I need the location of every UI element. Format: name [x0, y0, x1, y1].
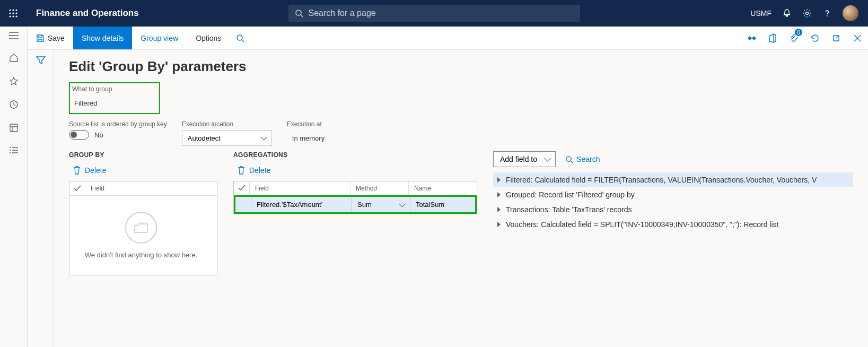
related-info-icon[interactable] — [741, 27, 762, 49]
save-label: Save — [48, 34, 65, 42]
panel-search-button[interactable]: Search — [565, 155, 600, 163]
close-icon[interactable] — [847, 27, 868, 49]
filter-icon[interactable] — [36, 56, 46, 347]
exec-location-field: Execution location Autodetect — [182, 120, 272, 146]
datasource-item-transactions[interactable]: Transactions: Table 'TaxTrans' records — [493, 202, 853, 217]
trash-icon — [238, 166, 245, 175]
top-nav-bar: Finance and Operations Search for a page… — [0, 0, 868, 27]
what-to-group-label: What to group — [72, 85, 157, 93]
user-avatar[interactable] — [843, 5, 858, 21]
groupby-empty-state: We didn't find anything to show here. — [69, 196, 213, 275]
trash-icon — [73, 166, 81, 175]
ds-item-label: Transactions: Table 'TaxTrans' records — [506, 205, 632, 214]
agg-row-name[interactable]: TotalSum — [410, 197, 475, 212]
svg-point-8 — [15, 15, 17, 17]
exec-location-value: Autodetect — [188, 134, 221, 142]
svg-point-3 — [9, 12, 11, 14]
ordered-by-key-field: Source list is ordered by group key No — [69, 120, 167, 146]
help-icon[interactable] — [822, 8, 832, 18]
svg-line-16 — [242, 40, 244, 42]
agg-heading: AGGREGATIONS — [233, 151, 477, 159]
agg-delete-label: Delete — [249, 166, 270, 175]
groupby-grid: Field We didn't find anything to show he… — [69, 181, 217, 275]
app-title: Finance and Operations — [36, 8, 139, 19]
svg-point-15 — [237, 35, 242, 40]
what-to-group-value[interactable]: Filtered — [72, 95, 157, 111]
expand-icon — [497, 207, 501, 212]
expand-icon — [497, 192, 501, 197]
save-button[interactable]: Save — [28, 27, 73, 49]
panel-search-label: Search — [576, 155, 600, 163]
agg-col-name[interactable]: Name — [409, 181, 477, 195]
action-search-icon[interactable] — [230, 27, 251, 49]
svg-point-9 — [296, 10, 301, 15]
recent-icon[interactable] — [9, 100, 19, 111]
ds-item-label: Grouped: Record list 'Filtered' group by — [506, 190, 635, 199]
groupby-empty-text: We didn't find anything to show here. — [80, 251, 202, 259]
datasource-item-grouped[interactable]: Grouped: Record list 'Filtered' group by — [493, 187, 853, 202]
svg-point-5 — [15, 12, 17, 14]
global-search-input[interactable]: Search for a page — [288, 5, 580, 22]
popout-icon[interactable] — [826, 27, 847, 49]
show-details-label: Show details — [82, 34, 124, 42]
add-field-to-button[interactable]: Add field to — [493, 151, 556, 167]
agg-col-field[interactable]: Field — [250, 181, 350, 195]
modules-icon[interactable] — [9, 146, 19, 156]
group-view-button[interactable]: Group view — [132, 27, 187, 49]
options-label: Options — [196, 34, 221, 42]
company-code[interactable]: USMF — [750, 9, 771, 18]
agg-delete-button[interactable]: Delete — [233, 163, 477, 178]
svg-point-12 — [827, 15, 828, 16]
attachments-badge: 0 — [795, 29, 802, 36]
notifications-icon[interactable] — [782, 8, 792, 18]
agg-row-method-value: Sum — [357, 201, 372, 209]
agg-grid: Field Method Name Filtered.'$TaxAmount' … — [233, 181, 477, 214]
agg-row-field[interactable]: Filtered.'$TaxAmount' — [251, 197, 352, 212]
save-icon — [36, 34, 45, 42]
add-field-label: Add field to — [500, 155, 537, 163]
svg-rect-14 — [10, 124, 17, 132]
expand-icon — [497, 177, 501, 183]
groupby-heading: GROUP BY — [69, 151, 217, 159]
agg-row[interactable]: Filtered.'$TaxAmount' Sum TotalSum — [235, 197, 475, 212]
office-icon[interactable] — [762, 27, 783, 49]
agg-col-method[interactable]: Method — [350, 181, 409, 195]
page-title: Edit 'Group By' parameters — [69, 58, 853, 75]
show-details-button[interactable]: Show details — [73, 27, 132, 49]
agg-row-method[interactable]: Sum — [352, 197, 410, 212]
favorites-icon[interactable] — [9, 76, 19, 88]
ds-item-label: Filtered: Calculated field = FILTER(Tran… — [506, 176, 817, 184]
svg-point-19 — [143, 222, 144, 223]
groupby-delete-button[interactable]: Delete — [69, 163, 217, 178]
svg-point-1 — [12, 9, 14, 11]
hamburger-icon[interactable] — [9, 32, 19, 41]
empty-folder-icon — [125, 212, 157, 244]
groupby-select-all[interactable] — [69, 181, 85, 195]
filter-rail — [28, 50, 54, 347]
svg-point-0 — [9, 9, 11, 11]
settings-icon[interactable] — [802, 8, 812, 18]
expand-icon — [497, 222, 501, 227]
svg-point-6 — [9, 15, 11, 17]
svg-point-11 — [806, 12, 809, 15]
svg-point-18 — [141, 222, 142, 223]
ordered-toggle[interactable]: No — [69, 130, 167, 140]
exec-location-select[interactable]: Autodetect — [182, 130, 272, 146]
datasource-item-filtered[interactable]: Filtered: Calculated field = FILTER(Tran… — [493, 172, 853, 187]
options-button[interactable]: Options — [187, 27, 230, 49]
home-icon[interactable] — [9, 53, 19, 65]
ordered-label: Source list is ordered by group key — [69, 120, 167, 128]
page-content: Edit 'Group By' parameters What to group… — [54, 50, 868, 347]
ds-item-label: Vouchers: Calculated field = SPLIT("INV-… — [506, 220, 778, 229]
exec-at-value: In memory — [287, 130, 372, 146]
svg-point-17 — [138, 222, 139, 223]
agg-row-check[interactable] — [235, 197, 251, 212]
datasource-item-vouchers[interactable]: Vouchers: Calculated field = SPLIT("INV-… — [493, 217, 853, 232]
groupby-col-field[interactable]: Field — [85, 181, 217, 195]
refresh-icon[interactable] — [804, 27, 826, 49]
groupby-delete-label: Delete — [85, 166, 106, 175]
agg-select-all[interactable] — [234, 181, 250, 195]
workspaces-icon[interactable] — [9, 123, 19, 135]
app-launcher-icon[interactable] — [0, 9, 27, 18]
attachments-icon[interactable]: 0 — [783, 27, 804, 49]
